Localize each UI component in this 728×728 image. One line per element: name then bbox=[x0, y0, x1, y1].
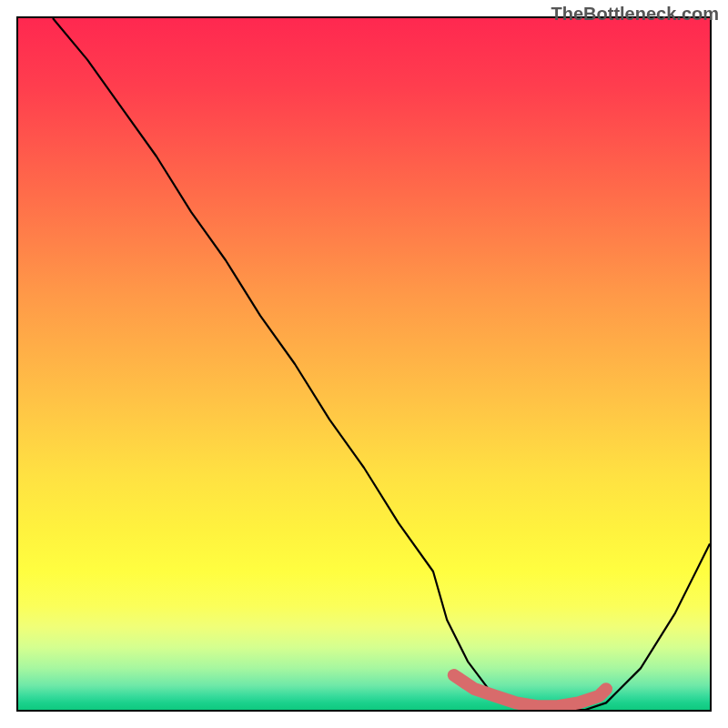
optimal-band-path bbox=[454, 675, 606, 706]
chart-area bbox=[16, 16, 712, 712]
watermark-text: TheBottleneck.com bbox=[551, 4, 719, 25]
bottleneck-curve-path bbox=[53, 18, 710, 710]
curve-svg bbox=[18, 18, 710, 710]
